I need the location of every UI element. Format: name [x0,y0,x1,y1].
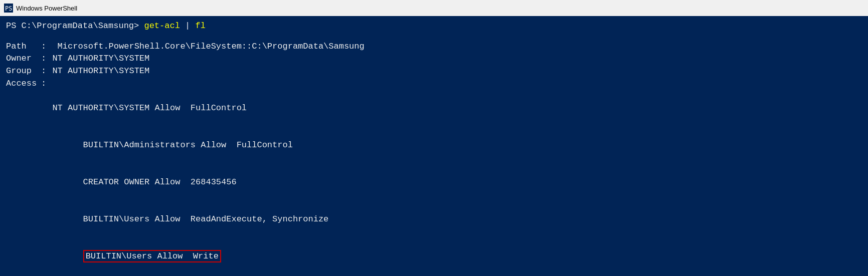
owner-value: NT AUTHORITY\SYSTEM [47,53,149,65]
window-title: Windows PowerShell [16,5,77,12]
group-colon: : [41,65,46,78]
access-entry-3: BUILTIN\Users Allow ReadAndExecute, Sync… [47,213,328,226]
title-bar: PS Windows PowerShell [0,0,868,16]
prompt-line: PS C:\ProgramData\Samsung> get-acl | fl [6,20,862,33]
group-value: NT AUTHORITY\SYSTEM [47,65,149,78]
access-label: Access [6,78,41,90]
group-line: Group : NT AUTHORITY\SYSTEM [6,65,862,78]
svg-text:PS: PS [5,5,12,12]
access-entry-1: BUILTIN\Administrators Allow FullControl [47,139,328,152]
access-entry-4: BUILTIN\Users Allow Write [47,250,328,263]
prompt-ps: PS C:\ProgramData\Samsung> [6,21,139,31]
prompt-arg: fl [190,21,206,31]
terminal-body: PS C:\ProgramData\Samsung> get-acl | fl … [0,16,868,276]
powershell-icon: PS [4,4,13,13]
group-label: Group [6,65,41,78]
path-line: Path : Microsoft.PowerShell.Core\FileSys… [6,41,862,53]
owner-label: Owner [6,53,41,65]
pipe-char: | [185,21,190,31]
prompt-cmd: get-acl [139,21,185,31]
access-colon: : [41,78,46,90]
owner-colon: : [41,53,46,65]
path-label: Path [6,41,41,53]
path-value: Microsoft.PowerShell.Core\FileSystem::C:… [47,41,365,53]
path-colon: : [41,41,46,53]
access-entry-2: CREATOR OWNER Allow 268435456 [47,176,328,189]
access-entry-0: NT AUTHORITY\SYSTEM Allow FullControl [47,102,328,115]
access-entries: NT AUTHORITY\SYSTEM Allow FullControl BU… [47,78,328,276]
access-block: Access : NT AUTHORITY\SYSTEM Allow FullC… [6,78,862,276]
output-block: Path : Microsoft.PowerShell.Core\FileSys… [6,41,862,276]
owner-line: Owner : NT AUTHORITY\SYSTEM [6,53,862,65]
